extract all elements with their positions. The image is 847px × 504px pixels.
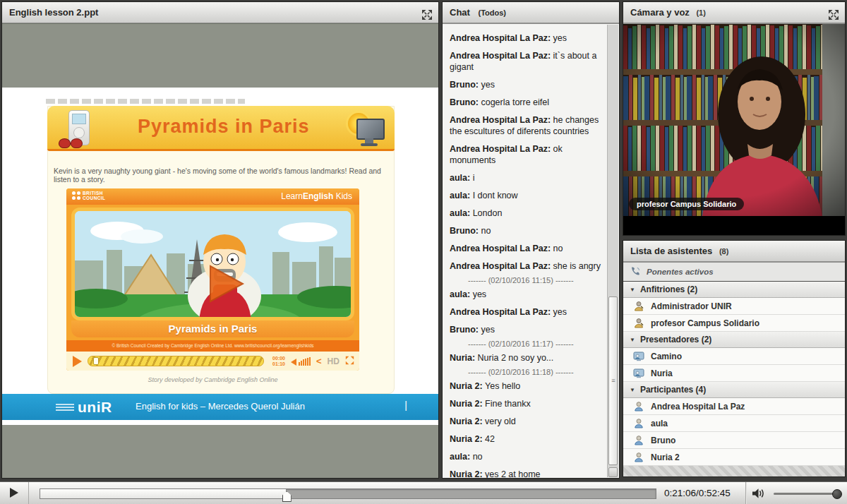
attendee-count: (8) [719,247,728,256]
chat-message: Nuria 2: 42 [450,433,605,445]
slide-yellow-header: Pyramids in Paris [47,106,395,151]
chevron-down-icon: ▼ [630,387,635,393]
chat-scrollbar-end-button[interactable] [608,467,618,477]
playback-play-button[interactable] [0,482,29,504]
chat-body: Andrea Hospital La Paz: yesAndrea Hospit… [443,23,619,478]
chat-message: aula: yes [450,289,605,300]
player-progress-bar[interactable] [88,356,264,366]
player-fullscreen-icon[interactable] [345,355,354,368]
chat-timestamp-divider: ------- (02/10/2016 11:15) ------- [468,275,605,286]
participant-icon [633,452,644,463]
camera-pod-header: Cámara y voz (1) [623,2,845,23]
fullscreen-icon[interactable] [421,7,433,18]
chat-pod: Chat (Todos) Andrea Hospital La Paz: yes… [442,1,620,479]
chat-message: aula: I dont know [450,190,605,201]
chevron-down-icon: ▼ [630,287,635,293]
participant-icon [633,418,644,429]
slide-breadcrumb-blur [46,99,245,104]
chat-message: Andrea Hospital La Paz: she is angry [450,260,605,272]
story-caption: Story developed by Cambridge English Onl… [66,376,359,383]
participant-icon [633,435,644,446]
chat-timestamp-divider: ------- (02/10/2016 11:17) ------- [468,338,605,349]
host-icon [633,318,644,329]
player-times: 00:00 01:10 [268,356,285,367]
camera-pod: Cámara y voz (1) [623,1,846,236]
chat-message: Bruno: cogerla torre eifel [450,97,605,108]
attendee-row[interactable]: Nuria 2 [623,449,845,466]
chat-message: Andrea Hospital La Paz: no [450,243,605,254]
attendee-row[interactable]: Nuria [623,365,845,382]
video-copyright: © British Council Created by Cambridge E… [66,340,359,352]
footer-cursor: | [404,400,407,411]
attendee-row[interactable]: Camino [623,348,845,365]
attendee-row[interactable]: Administrador UNIR [623,298,845,315]
playback-progress-bar[interactable] [40,488,656,499]
chat-scrollbar[interactable]: ≡ [607,25,618,477]
playback-time: 0:21:06/0:52:45 [664,482,731,504]
scrollbar-grip-icon: ≡ [611,377,614,384]
course-footer-text: English for kids – Mercedes Querol Juliá… [2,401,438,412]
webinar-recording-app: English lesson 2.ppt Pyramids in Paris [0,0,847,504]
speaker-name-label: profesor Campus Solidario [629,198,744,210]
mp3-player-icon [57,109,95,152]
attendee-list-footer [623,466,845,476]
chat-messages: Andrea Hospital La Paz: yesAndrea Hospit… [443,24,608,478]
recording-playback-bar: 0:21:06/0:52:45 [0,481,847,504]
attendee-pod-header: Lista de asistentes (8) [623,241,845,262]
presenter-icon [633,351,644,362]
volume-icon[interactable] [291,357,311,366]
presenter-icon [633,368,644,379]
player-progress-marker[interactable] [93,357,99,365]
phone-icon [630,266,641,278]
british-council-logo: BRITISH COUNCIL [72,191,105,200]
volume-slider[interactable] [774,493,839,495]
camera-count: (1) [696,8,705,17]
presentation-title: English lesson 2.ppt [9,7,98,18]
slide-intro-text: Kevin is a very naughty young giant - he… [54,167,385,184]
chevron-down-icon: ▼ [630,337,635,343]
camera-video-area: profesor Campus Solidario [623,23,845,235]
player-brand-bar: BRITISH COUNCIL LearnEnglish Kids [66,188,359,205]
chat-scrollbar-thumb[interactable]: ≡ [608,296,618,465]
presentation-pod: English lesson 2.ppt Pyramids in Paris [1,1,439,479]
speaker-volume-icon[interactable] [751,487,767,503]
slide-heading: Pyramids in Paris [138,116,310,138]
attendee-group-header[interactable]: ▼Anfitriones (2) [623,282,845,298]
chat-message: Andrea Hospital La Paz: he changes the e… [450,114,605,137]
active-speakers-row: Ponentes activos [623,263,845,282]
presentation-stage: Pyramids in Paris Kevin is a very naught… [2,23,438,478]
slide: Pyramids in Paris Kevin is a very naught… [2,88,438,425]
embedded-video-player: BRITISH COUNCIL LearnEnglish Kids [66,188,359,371]
chat-message: Andrea Hospital La Paz: ok monuments [450,143,605,166]
attendee-group-header[interactable]: ▼Presentadores (2) [623,332,845,348]
monitor-icon [348,113,385,150]
attendee-row[interactable]: profesor Campus Solidario [623,315,845,332]
attendee-list-pod: Lista de asistentes (8) Ponentes activos… [623,240,846,477]
chat-message: aula: no [450,451,605,462]
attendee-row[interactable]: Bruno [623,432,845,449]
sunglasses-icon [59,138,83,150]
hd-label: HD [328,356,340,366]
chat-pod-header: Chat (Todos) [443,2,619,23]
attendee-group-header[interactable]: ▼Participantes (4) [623,382,845,398]
share-icon[interactable]: < [316,356,322,366]
unir-footer-bar: uniR English for kids – Mercedes Querol … [2,394,438,420]
play-icon[interactable] [73,356,82,367]
chat-message: Bruno: yes [450,324,605,335]
attendee-list-title: Lista de asistentes [630,246,712,256]
chat-message: Bruno: yes [450,79,605,90]
attendee-row[interactable]: Andrea Hospital La Paz [623,398,845,415]
learnenglish-kids-logo: LearnEnglish Kids [281,191,352,201]
chat-message: Nuria 2: very old [450,416,605,427]
active-speakers-label: Ponentes activos [647,268,714,276]
attendee-row[interactable]: aula [623,415,845,432]
chat-message: Andrea Hospital La Paz: yes [450,32,605,44]
attendee-list-body: Ponentes activos ▼Anfitriones (2)Adminis… [623,262,845,476]
chat-message: Andrea Hospital La Paz: yes [450,306,605,318]
presentation-pod-header: English lesson 2.ppt [2,2,438,23]
chat-message: Nuria: Nuria 2 no soy yo... [450,352,605,364]
camera-fullscreen-icon[interactable] [828,7,839,18]
player-controls: 00:00 01:10 < HD [66,352,359,371]
volume-knob[interactable] [832,489,842,499]
webcam-video: profesor Campus Solidario [623,24,845,216]
